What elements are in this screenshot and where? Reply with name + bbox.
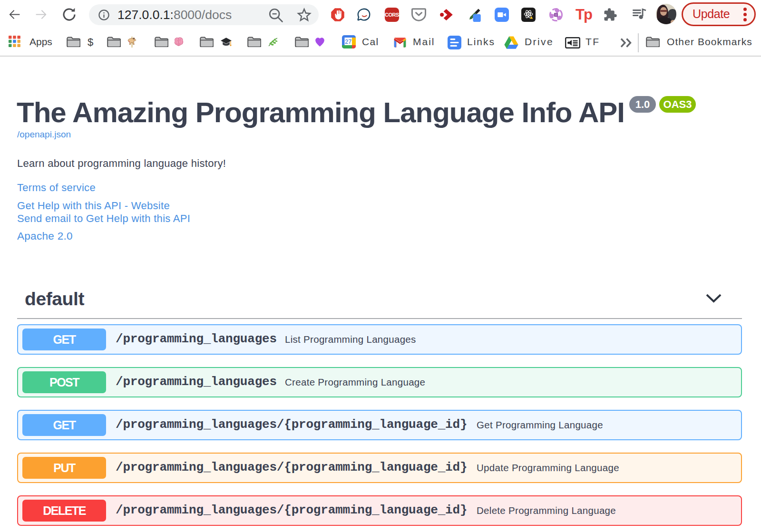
svg-text:27: 27 (345, 39, 351, 45)
